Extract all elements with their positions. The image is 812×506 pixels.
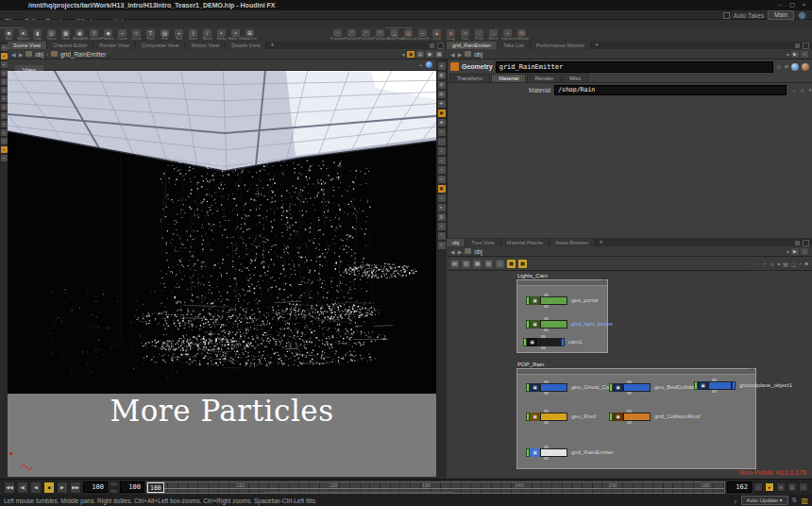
node-body[interactable] xyxy=(540,448,567,457)
display-option-icon[interactable]: ▣ xyxy=(438,110,446,117)
viewport-tool-icon[interactable]: ▪ xyxy=(1,104,8,110)
node-body[interactable] xyxy=(540,296,567,305)
node-grid_light_boxes[interactable]: ▣grid_light_boxes xyxy=(526,320,567,329)
viewport-tool-icon[interactable]: ▪ xyxy=(1,138,8,144)
render-flag[interactable] xyxy=(561,338,565,346)
shelf-tool-circle[interactable]: ○Circle xyxy=(129,28,144,41)
pane-tab-material-palette[interactable]: Material Palette xyxy=(501,239,550,246)
pane-split-icon[interactable] xyxy=(430,43,434,48)
shelf-tool-null[interactable]: +Null xyxy=(172,28,186,41)
net-view-icon[interactable]: ⌐ xyxy=(764,261,768,266)
nav-forward-icon[interactable]: ▶ xyxy=(458,51,463,58)
pane-maximize-icon[interactable] xyxy=(803,42,809,49)
node-body[interactable] xyxy=(708,381,732,390)
nav-back-icon[interactable]: ◀ xyxy=(450,51,455,58)
auto-takes-checkbox[interactable] xyxy=(723,12,730,19)
trash-icon[interactable]: ▥ xyxy=(801,497,808,505)
viewport-tool-icon[interactable]: ▪ xyxy=(1,53,8,59)
shelf-tool-force[interactable]: →Force xyxy=(486,28,500,41)
display-option-icon[interactable]: ▣ xyxy=(438,185,446,193)
param-tab-transform[interactable]: Transform xyxy=(449,74,490,82)
shelf-tool-particles-fr-[interactable]: *Particles fr... xyxy=(359,28,373,41)
net-flag-icon[interactable]: ▣ xyxy=(518,260,527,268)
shelf-tool-particles-fr-[interactable]: *Particles fr... xyxy=(345,28,359,41)
current-frame-field[interactable]: 100 xyxy=(83,481,108,493)
gear-icon[interactable]: ☼ xyxy=(801,51,808,58)
playbar-settings-icon[interactable]: ☼ xyxy=(799,482,808,492)
select-mode-icon[interactable]: ⌁ xyxy=(418,61,422,68)
shelf-tool-l-system[interactable]: YL-system xyxy=(87,28,101,41)
breadcrumb-obj[interactable]: obj xyxy=(35,51,43,58)
loop-icon[interactable]: ∞ xyxy=(776,482,786,492)
shelf-tool-particles-fr-[interactable]: *Particles fr... xyxy=(373,28,387,41)
net-tool-icon[interactable]: ▦ xyxy=(473,260,482,268)
display-option-icon[interactable]: ◆ xyxy=(438,119,446,126)
pane-tab-composite-view[interactable]: Composite View xyxy=(136,42,186,49)
shelf-tool-sphere[interactable]: ●Sphere xyxy=(16,28,30,41)
current-frame-marker[interactable]: 100 xyxy=(147,482,164,493)
audio-icon[interactable]: ♪ xyxy=(734,498,737,504)
display-option-icon[interactable]: ▸ xyxy=(438,204,446,211)
display-option-icon[interactable]: · xyxy=(438,138,446,145)
shelf-tool-font[interactable]: TFont xyxy=(144,28,158,41)
pane-tab-channel-editor[interactable]: Channel Editor xyxy=(47,42,93,49)
net-view-icon[interactable]: ∿ xyxy=(770,261,774,267)
material-field[interactable]: /shop/Rain xyxy=(554,85,787,95)
new-pane-tab-icon[interactable]: + xyxy=(266,42,278,49)
net-view-icon[interactable]: ⌕ xyxy=(799,261,802,267)
node-groundplane_object1[interactable]: ▣groundplane_object1 xyxy=(694,381,736,390)
param-tab-misc[interactable]: Misc xyxy=(562,74,588,82)
display-option-icon[interactable]: ✚ xyxy=(438,100,446,108)
spare-menu-icon[interactable]: + xyxy=(808,87,812,93)
node-geo_roof[interactable]: ▣geo_Roof xyxy=(526,413,567,421)
realtime-toggle-icon[interactable]: ▸ xyxy=(765,482,774,492)
viewport-tool-icon[interactable]: ▪ xyxy=(1,70,8,76)
display-option-icon[interactable]: ◍ xyxy=(438,81,446,89)
display-option-icon[interactable]: □ xyxy=(438,242,446,249)
prev-frame-button[interactable]: ◀¦ xyxy=(17,481,28,494)
net-view-icon[interactable]: : xyxy=(753,261,754,266)
node-cam1[interactable]: ▣cam1 xyxy=(523,338,565,346)
node-geo_portal[interactable]: ▣geo_portal xyxy=(526,296,567,305)
shelf-tool-point[interactable]: ·Point xyxy=(472,28,486,41)
shelf-tool-file[interactable]: ▤File xyxy=(158,28,172,41)
shelf-tool-sticky[interactable]: ▪Sticky xyxy=(214,28,228,41)
nav-forward-icon[interactable]: ▶ xyxy=(19,51,24,58)
pane-maximize-icon[interactable] xyxy=(437,42,444,49)
node-body[interactable] xyxy=(623,383,651,392)
node-grid_collisionroof[interactable]: ▣grid_CollisionRoof xyxy=(609,413,651,421)
layout-icon[interactable]: ▦ xyxy=(435,51,443,58)
param-tab-render[interactable]: Render xyxy=(527,74,561,82)
shelf-tool-box[interactable]: ■Box xyxy=(2,28,16,41)
shelf-tool-bake-ode[interactable]: ≈Bake ODE xyxy=(228,28,243,41)
snapshot-icon[interactable]: ▤ xyxy=(416,51,424,58)
node-geo_bedcollider[interactable]: ▣geo_BedCollider xyxy=(609,383,651,392)
take-selector[interactable]: Main xyxy=(768,10,794,20)
comment-icon[interactable] xyxy=(802,63,809,71)
display-option-icon[interactable]: ▦ xyxy=(438,72,446,79)
pane-tab-motion-view[interactable]: Motion View xyxy=(185,42,226,49)
shelf-tool-spare-in-[interactable]: ⊞Spare In... xyxy=(243,28,257,41)
viewport-tool-icon[interactable]: ▪ xyxy=(1,121,8,127)
help-icon[interactable] xyxy=(791,63,799,71)
audio-options-icon[interactable]: ♪ xyxy=(753,482,763,492)
pane-split-icon[interactable] xyxy=(795,43,800,48)
auto-update-selector[interactable]: Auto Update ▾ xyxy=(741,496,788,505)
node-body[interactable] xyxy=(540,383,567,392)
path-dropdown-icon[interactable]: ▾ xyxy=(787,248,789,255)
shelf-tool-metaball[interactable]: ◉Metaball xyxy=(73,28,87,41)
network-box-header[interactable] xyxy=(517,280,607,286)
display-option-icon[interactable]: ≈ xyxy=(438,166,446,174)
viewport-tool-icon[interactable]: ▪ xyxy=(1,78,8,85)
path-dropdown-icon[interactable]: ▾ xyxy=(402,51,405,58)
shelf-tool-interact[interactable]: +Interact xyxy=(500,28,515,41)
shelf-tool-torus[interactable]: ◎Torus xyxy=(44,28,59,41)
window-controls[interactable]: ─ ▢ × xyxy=(778,0,808,10)
pane-tab-performance-monitor[interactable]: Performance Monitor xyxy=(531,42,591,49)
net-flag-icon[interactable]: ▣ xyxy=(507,260,516,268)
jump-end-button[interactable]: ▶▶ xyxy=(70,481,81,494)
display-option-icon[interactable]: ▪ xyxy=(438,223,446,230)
new-pane-tab-icon[interactable]: + xyxy=(596,239,607,246)
nav-forward-icon[interactable]: ▶ xyxy=(458,248,463,255)
network-box-pop_rain[interactable]: POP_Rain▣geo_Ghost_Collision▣geo_BedColl… xyxy=(516,368,756,469)
